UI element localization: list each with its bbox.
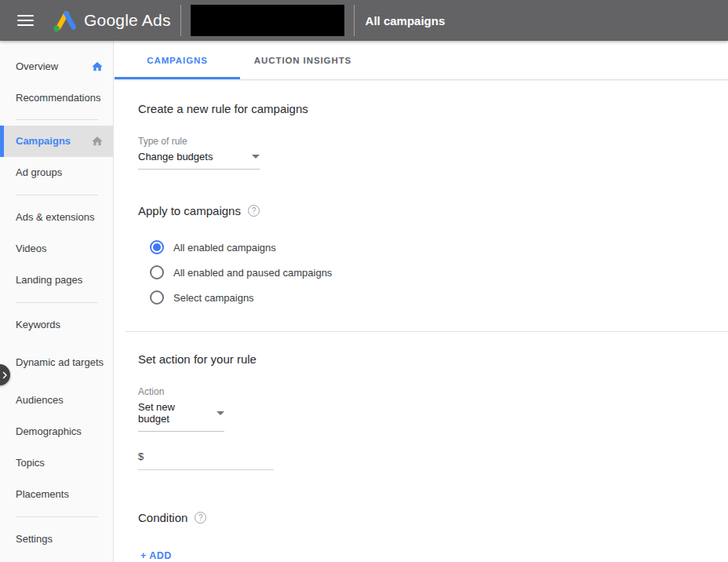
product-name: Google Ads xyxy=(84,11,171,30)
action-value: Set new budget xyxy=(138,401,209,425)
radio-all-enabled-and-paused[interactable]: All enabled and paused campaigns xyxy=(150,260,728,285)
header-page-title: All campaigns xyxy=(366,14,446,27)
sidebar-divider xyxy=(16,516,98,517)
create-rule-heading: Create a new rule for campaigns xyxy=(138,102,728,115)
budget-amount-input[interactable] xyxy=(147,451,264,462)
tab-campaigns[interactable]: CAMPAIGNS xyxy=(115,41,240,79)
sidebar-item-keywords[interactable]: Keywords xyxy=(0,309,113,341)
main-panel: CAMPAIGNS AUCTION INSIGHTS Create a new … xyxy=(115,41,728,562)
sidebar-item-dynamic-ad-targets[interactable]: Dynamic ad targets xyxy=(0,341,113,385)
home-icon xyxy=(91,60,104,73)
top-bar: Google Ads All campaigns xyxy=(0,0,728,41)
sidebar-divider xyxy=(16,195,98,195)
menu-icon[interactable] xyxy=(17,12,34,29)
condition-heading: Condition ? xyxy=(138,511,728,524)
rule-form: Create a new rule for campaigns Type of … xyxy=(115,80,728,562)
sidebar-divider xyxy=(16,119,98,120)
sidebar-item-ad-groups[interactable]: Ad groups xyxy=(0,157,113,188)
account-name-redacted[interactable] xyxy=(191,5,344,36)
sidebar-item-placements[interactable]: Placements xyxy=(0,479,113,510)
apply-to-campaigns-heading: Apply to campaigns ? xyxy=(138,204,728,217)
sidebar-item-topics[interactable]: Topics xyxy=(0,447,113,479)
header-divider xyxy=(354,5,355,36)
chevron-right-icon xyxy=(0,370,9,380)
google-ads-app: Google Ads All campaigns Overview Recomm… xyxy=(0,0,728,562)
sidebar-item-audiences[interactable]: Audiences xyxy=(0,385,113,416)
home-icon xyxy=(91,135,104,148)
sidebar-item-videos[interactable]: Videos xyxy=(0,233,113,265)
set-action-heading: Set action for your rule xyxy=(138,352,728,366)
sidebar-item-recommendations[interactable]: Recommendations xyxy=(0,82,113,114)
help-icon[interactable]: ? xyxy=(248,205,260,217)
sidebar-item-campaigns[interactable]: Campaigns xyxy=(0,126,113,157)
sidebar-item-settings[interactable]: Settings xyxy=(0,524,113,555)
radio-button-icon xyxy=(150,290,164,305)
sidebar-item-overview[interactable]: Overview xyxy=(0,51,113,82)
sidebar: Overview Recommendations Campaigns Ad gr… xyxy=(0,41,114,562)
sidebar-divider xyxy=(16,302,98,303)
radio-all-enabled-campaigns[interactable]: All enabled campaigns xyxy=(150,235,728,260)
tab-auction-insights[interactable]: AUCTION INSIGHTS xyxy=(240,41,366,79)
apply-options: All enabled campaigns All enabled and pa… xyxy=(150,235,728,310)
help-icon[interactable]: ? xyxy=(195,512,206,524)
section-divider xyxy=(126,331,728,332)
dropdown-arrow-icon xyxy=(217,411,224,415)
sidebar-item-ads-extensions[interactable]: Ads & extensions xyxy=(0,202,113,233)
radio-button-icon xyxy=(150,265,164,279)
action-label: Action xyxy=(138,386,728,397)
header-divider xyxy=(180,5,181,36)
action-select[interactable]: Set new budget xyxy=(138,397,224,432)
sidebar-item-landing-pages[interactable]: Landing pages xyxy=(0,265,113,296)
tab-bar: CAMPAIGNS AUCTION INSIGHTS xyxy=(115,41,728,80)
type-of-rule-select[interactable]: Change budgets xyxy=(138,147,260,170)
budget-amount-field: $ xyxy=(138,446,274,470)
radio-button-icon xyxy=(150,240,164,254)
sidebar-item-demographics[interactable]: Demographics xyxy=(0,416,113,447)
google-ads-logo-icon xyxy=(50,7,77,34)
add-condition-button[interactable]: + ADD xyxy=(140,550,172,561)
radio-select-campaigns[interactable]: Select campaigns xyxy=(150,285,728,310)
type-of-rule-label: Type of rule xyxy=(138,136,728,147)
type-of-rule-value: Change budgets xyxy=(138,151,213,162)
dropdown-arrow-icon xyxy=(252,155,260,159)
currency-symbol: $ xyxy=(138,451,144,462)
